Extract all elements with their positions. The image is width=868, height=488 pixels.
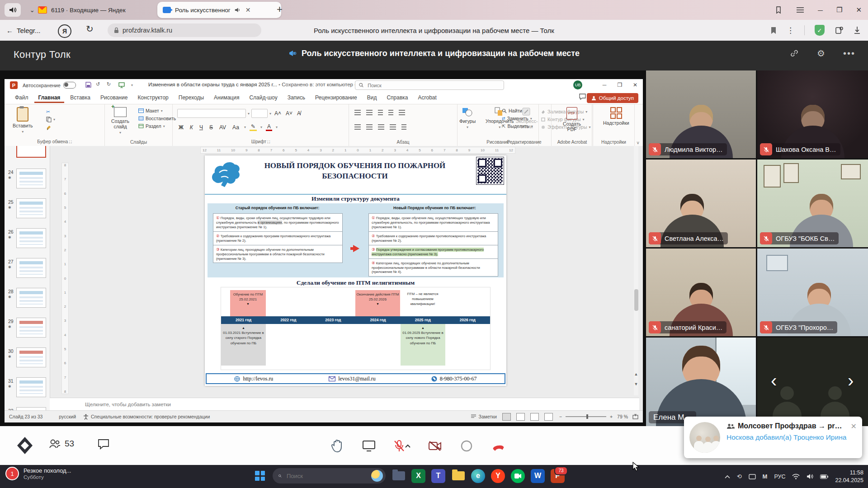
slide-thumbnail[interactable] (16, 288, 46, 308)
folder-icon[interactable] (451, 469, 465, 483)
ppt-close-icon[interactable]: ✕ (627, 79, 643, 91)
clock[interactable]: 11:58 22.04.2025 (835, 469, 863, 484)
protect-shield-icon[interactable]: ✓ (815, 25, 825, 36)
autosave-control[interactable]: Автосохранение (23, 82, 76, 89)
ribbon-tab[interactable]: Главная (34, 92, 65, 103)
share-button[interactable]: Общий доступ (587, 93, 638, 103)
notes-pane[interactable]: Щелкните, чтобы добавить заметки (50, 398, 639, 410)
grow-font-button[interactable]: А˄ (273, 110, 283, 117)
kontur-talk-app-icon[interactable] (511, 469, 525, 483)
slide-thumbnail-selected[interactable] (16, 146, 46, 158)
fit-to-window-icon[interactable] (632, 414, 638, 420)
slide-thumbnail[interactable] (16, 228, 46, 248)
slide-thumbnail[interactable] (16, 318, 46, 338)
sync-icon[interactable]: ⟲ (737, 473, 742, 480)
wifi-icon[interactable] (792, 474, 800, 479)
cast-display-icon[interactable] (749, 474, 756, 479)
ribbon-tab[interactable]: Рисование (96, 92, 132, 103)
zoom-slider[interactable] (566, 416, 606, 417)
copy-link-icon[interactable] (790, 49, 799, 58)
italic-button[interactable]: К (189, 124, 194, 131)
align-right-icon[interactable] (378, 124, 384, 130)
slide-thumbnails-panel[interactable]: 24✱ 25✱ 26✱ 27✱ 28✱ 29✱ 30✱ 31✱ 32✱ (5, 146, 50, 410)
participant-tile-active-speaker[interactable]: Елена М… (646, 338, 756, 426)
next-slide-button[interactable]: ▼ (633, 382, 639, 388)
comments-icon[interactable] (579, 93, 586, 100)
user-avatar[interactable]: UB (573, 80, 582, 89)
word-icon[interactable]: W (531, 469, 545, 483)
yandex-browser-icon[interactable]: Y (491, 469, 505, 483)
format-painter-button[interactable] (46, 125, 55, 130)
find-button[interactable]: Найти (502, 108, 533, 113)
ribbon-tab[interactable]: Слайд-шоу (245, 92, 281, 103)
reset-button[interactable]: Восстановить (138, 116, 176, 121)
language-status[interactable]: русский (59, 414, 76, 419)
ppt-minimize-icon[interactable]: ─ (597, 79, 612, 91)
notes-toggle-button[interactable]: Заметки (479, 414, 497, 419)
battery-icon[interactable] (820, 474, 828, 479)
next-page-chevron-icon[interactable]: › (848, 371, 854, 389)
replace-button[interactable]: ⇄Заменить▾ (502, 116, 533, 121)
teams-icon[interactable]: T (431, 469, 445, 483)
participant-tile[interactable]: Светлана Алекса… (646, 160, 756, 247)
line-spacing-icon[interactable] (399, 110, 405, 115)
volume-icon[interactable] (807, 474, 813, 479)
camera-muted-button[interactable] (426, 437, 444, 455)
addins-button[interactable]: Надстройки (603, 107, 629, 126)
slide-thumbnail[interactable] (16, 169, 46, 188)
tray-m-icon[interactable]: М (763, 473, 768, 480)
restore-window-icon[interactable]: ❐ (836, 6, 842, 14)
ppt-search-box[interactable] (355, 80, 504, 90)
slide-thumbnail[interactable] (16, 407, 46, 410)
reload-icon[interactable]: ↻ (86, 23, 94, 34)
browser-tab-meeting[interactable]: Роль искусственног ✕ (157, 2, 281, 18)
participants-count-button[interactable]: 53 (49, 439, 74, 449)
previous-page-chevron-icon[interactable]: ‹ (771, 371, 777, 389)
bullets-icon[interactable] (354, 110, 361, 115)
font-color-button[interactable]: А (266, 123, 272, 131)
record-button[interactable] (458, 437, 476, 455)
ribbon-tab[interactable]: Конструктор (133, 92, 172, 103)
taskbar-search[interactable] (273, 468, 386, 483)
save-icon[interactable] (85, 81, 92, 88)
new-tab-button[interactable]: + (277, 5, 283, 14)
taskbar-search-input[interactable] (286, 472, 367, 480)
minimize-window-icon[interactable]: ─ (818, 6, 823, 14)
participant-tile[interactable]: ОГБУЗ "БОКБ Св… (757, 160, 868, 247)
autosave-toggle[interactable] (63, 82, 76, 89)
start-button[interactable] (253, 469, 267, 483)
strikethrough-button[interactable]: S (208, 124, 214, 131)
reading-view-button[interactable] (530, 413, 539, 421)
ribbon-tab[interactable]: Файл (11, 92, 33, 103)
align-left-icon[interactable] (354, 124, 361, 130)
zoom-in-button[interactable]: + (610, 414, 613, 419)
decrease-indent-icon[interactable] (378, 110, 383, 115)
telegram-notification[interactable]: Молсовет Профздрав → pr… Носкова добавил… (684, 417, 862, 458)
language-indicator[interactable]: РУС (774, 474, 785, 480)
change-case-button[interactable]: Аа (231, 124, 241, 131)
font-name-select[interactable] (177, 109, 246, 118)
ribbon-tab[interactable]: Переходы (175, 92, 208, 103)
align-center-icon[interactable] (366, 124, 373, 130)
participant-tile[interactable]: Шахова Оксана В… (757, 70, 868, 158)
taskbar-notification[interactable]: 1 Резкое похолод... Субботу (5, 467, 71, 480)
copy-button[interactable]: ▾ (46, 117, 55, 122)
ribbon-tab[interactable]: Рецензирование (311, 92, 361, 103)
previous-slide-button[interactable]: ▲ (633, 372, 639, 378)
paste-button[interactable]: Вставить▾ (13, 107, 33, 134)
slide-thumbnail[interactable] (16, 377, 46, 397)
toast-close-icon[interactable]: ✕ (851, 422, 857, 431)
participant-tile[interactable]: Людмила Виктор… (646, 70, 756, 158)
bold-button[interactable]: Ж (177, 124, 185, 131)
ribbon-tab[interactable]: Запись (283, 92, 309, 103)
bookmark-icon[interactable] (770, 27, 777, 34)
char-spacing-button[interactable]: AV (218, 124, 227, 131)
browser-tab-mail[interactable]: 6119 · Входящие — Яндек (33, 3, 161, 17)
start-slideshow-icon[interactable] (118, 82, 125, 88)
clear-format-button[interactable]: А̸ (296, 110, 302, 117)
shrink-font-button[interactable]: А˅ (284, 110, 294, 117)
slide-canvas[interactable]: НОВЫЙ ПОРЯДОК ОБУЧЕНИЯ ПО ПОЖАРНОЙ БЕЗОП… (205, 155, 506, 386)
more-options-icon[interactable]: ⋮ (787, 26, 794, 35)
chat-button[interactable] (98, 439, 109, 450)
ppt-search-input[interactable] (367, 82, 500, 89)
